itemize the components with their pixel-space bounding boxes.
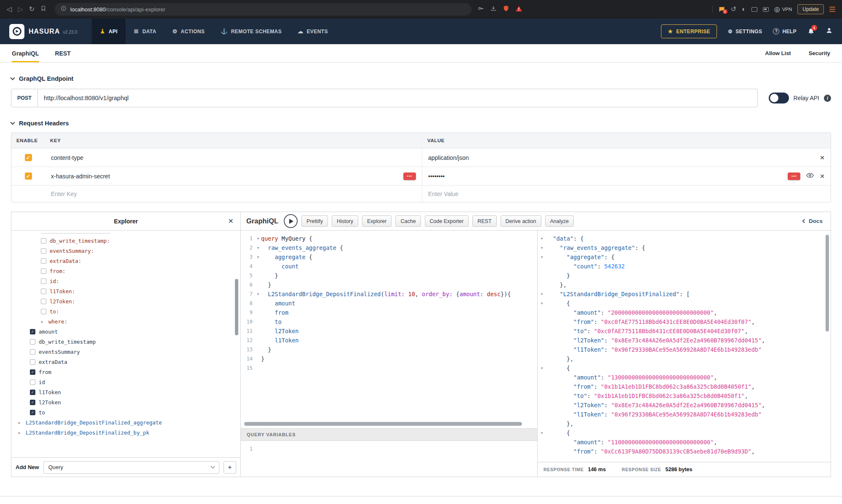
field-label[interactable]: to xyxy=(39,409,45,416)
rest-button[interactable]: REST xyxy=(472,215,496,227)
contrast-icon[interactable]: ◐ xyxy=(742,6,746,13)
fold-arrow-icon[interactable]: ▾ xyxy=(255,255,261,259)
arg-label[interactable]: l1Token: xyxy=(50,288,75,294)
field-checkbox[interactable] xyxy=(30,339,35,345)
window-icon[interactable] xyxy=(751,7,757,12)
response-scrollbar[interactable] xyxy=(826,235,829,332)
fold-arrow-icon[interactable]: ▾ xyxy=(538,366,546,370)
enable-checkbox[interactable] xyxy=(25,172,32,180)
explorer-field-item[interactable]: l1Token xyxy=(11,387,240,397)
admin-secret-pill[interactable]: ••• xyxy=(403,172,416,180)
fold-arrow-icon[interactable]: ▾ xyxy=(255,236,261,241)
explorer-field-item[interactable]: extraData xyxy=(11,357,240,367)
header-key-input[interactable]: x-hasura-admin-secret xyxy=(51,173,110,180)
horizontal-scrollbar[interactable] xyxy=(244,422,522,426)
field-label[interactable]: amount xyxy=(39,329,58,335)
request-headers-section-header[interactable]: Request Headers xyxy=(11,120,831,127)
nav-item-data[interactable]: DATA xyxy=(125,19,164,44)
field-checkbox[interactable] xyxy=(41,299,46,304)
field-label[interactable]: eventsSummary xyxy=(39,349,80,355)
query-editor[interactable]: 1▾query MyQuery {2▾ raw_events_aggregate… xyxy=(241,231,537,428)
arg-label[interactable]: db_write_timestamp: xyxy=(50,238,110,244)
add-operation-button[interactable]: + xyxy=(224,461,236,474)
help-button[interactable]: ? HELP xyxy=(773,28,797,34)
fold-arrow-icon[interactable]: ▾ xyxy=(255,246,261,250)
field-label[interactable]: l1Token xyxy=(39,389,61,395)
field-checkbox[interactable] xyxy=(30,379,35,385)
nav-item-remote-schemas[interactable]: ⚓REMOTE SCHEMAS xyxy=(213,19,290,44)
explorer-arg-item[interactable]: id: xyxy=(11,276,240,286)
explorer-field-item[interactable]: id xyxy=(11,377,240,387)
field-checkbox[interactable] xyxy=(30,329,35,334)
explorer-arg-item[interactable]: db_write_timestamp: xyxy=(11,236,240,246)
info-icon[interactable]: i xyxy=(824,95,831,102)
explorer-field-item[interactable]: from xyxy=(11,367,240,377)
docs-button[interactable]: Docs xyxy=(803,218,825,224)
field-checkbox[interactable] xyxy=(41,279,46,284)
explorer-button[interactable]: Explorer xyxy=(362,215,392,227)
field-checkbox[interactable] xyxy=(30,369,35,375)
fold-arrow-icon[interactable]: ▾ xyxy=(538,292,546,296)
url-bar[interactable]: localhost:8080/console/api/api-explorer xyxy=(55,3,472,16)
explorer-scrollbar[interactable] xyxy=(235,279,238,335)
expand-arrow-icon[interactable]: ▸ xyxy=(18,430,22,435)
fold-arrow-icon[interactable]: ▾ xyxy=(538,236,546,241)
explorer-arg-item[interactable]: to: xyxy=(11,306,240,316)
code-exporter-button[interactable]: Code Exporter xyxy=(425,215,469,227)
update-button[interactable]: Update xyxy=(797,4,824,14)
field-checkbox[interactable] xyxy=(30,400,35,405)
notifications-button[interactable]: 1 xyxy=(807,28,815,35)
nav-item-api[interactable]: API xyxy=(92,19,125,44)
reload-icon[interactable]: ↻ xyxy=(29,6,35,13)
forward-icon[interactable]: ▷ xyxy=(18,6,23,13)
nav-item-actions[interactable]: ⚙ACTIONS xyxy=(164,19,213,44)
field-checkbox[interactable] xyxy=(30,349,35,355)
relay-api-toggle[interactable] xyxy=(769,93,789,103)
header-value-input[interactable]: •••••••• xyxy=(428,173,445,180)
remove-header-icon[interactable]: ✕ xyxy=(820,154,825,161)
arg-label[interactable]: where: xyxy=(48,318,67,325)
cache-button[interactable]: Cache xyxy=(395,215,421,227)
root-field-label[interactable]: L2StandardBridge_DepositFinalized_by_pk xyxy=(26,430,149,436)
user-avatar[interactable] xyxy=(826,27,833,36)
admin-secret-pill[interactable]: ••• xyxy=(788,172,800,180)
explorer-arg-item[interactable]: ▸where: xyxy=(11,316,240,326)
fold-arrow-icon[interactable]: ▾ xyxy=(538,255,546,259)
explorer-field-item[interactable]: to xyxy=(11,407,240,417)
vpn-indicator[interactable]: ◎VPN xyxy=(774,6,792,13)
field-checkbox[interactable] xyxy=(41,268,46,274)
field-label[interactable]: extraData xyxy=(39,359,67,365)
explorer-field-item[interactable]: amount xyxy=(11,326,240,337)
hasura-logo[interactable] xyxy=(9,24,24,39)
chat-extension-icon[interactable]: 1 xyxy=(718,6,725,13)
analyze-button[interactable]: Analyze xyxy=(545,215,574,227)
field-label[interactable]: db_write_timestamp xyxy=(39,339,96,345)
fold-arrow-icon[interactable]: ▾ xyxy=(538,431,546,435)
explorer-field-tree[interactable]: db_write_timestamp:eventsSummary:extraDa… xyxy=(11,231,240,457)
nav-item-events[interactable]: ☁EVENTS xyxy=(290,19,336,44)
field-checkbox[interactable] xyxy=(41,289,46,294)
field-label[interactable]: from xyxy=(39,369,51,375)
remove-header-icon[interactable]: ✕ xyxy=(820,173,825,180)
new-value-input[interactable]: Enter Value xyxy=(428,191,458,197)
history-button[interactable]: History xyxy=(332,215,358,227)
query-variables-editor[interactable]: 1 xyxy=(241,441,537,477)
back-icon[interactable]: ◁ xyxy=(7,6,12,13)
new-key-input[interactable]: Enter Key xyxy=(51,191,77,197)
field-checkbox[interactable] xyxy=(30,359,35,365)
explorer-field-item[interactable]: db_write_timestamp xyxy=(11,337,240,347)
arg-label[interactable]: eventsSummary: xyxy=(50,248,94,254)
arg-label[interactable]: id: xyxy=(50,278,59,284)
explorer-root-item[interactable]: ▸L2StandardBridge_DepositFinalized_aggre… xyxy=(11,417,240,427)
arg-label[interactable]: extraData: xyxy=(50,258,81,264)
tab-graphiql[interactable]: GraphiQL xyxy=(12,44,39,62)
header-key-input[interactable]: content-type xyxy=(51,154,83,161)
download-icon[interactable] xyxy=(490,5,497,13)
history-sync-icon[interactable]: ↺ xyxy=(731,6,736,13)
header-value-input[interactable]: application/json xyxy=(428,154,469,161)
field-checkbox[interactable] xyxy=(41,309,46,314)
fold-arrow-icon[interactable]: ▾ xyxy=(255,292,261,296)
link-allow-list[interactable]: Allow List xyxy=(765,50,791,56)
prettify-button[interactable]: Prettify xyxy=(301,215,328,227)
explorer-field-item[interactable]: eventsSummary xyxy=(11,347,240,357)
